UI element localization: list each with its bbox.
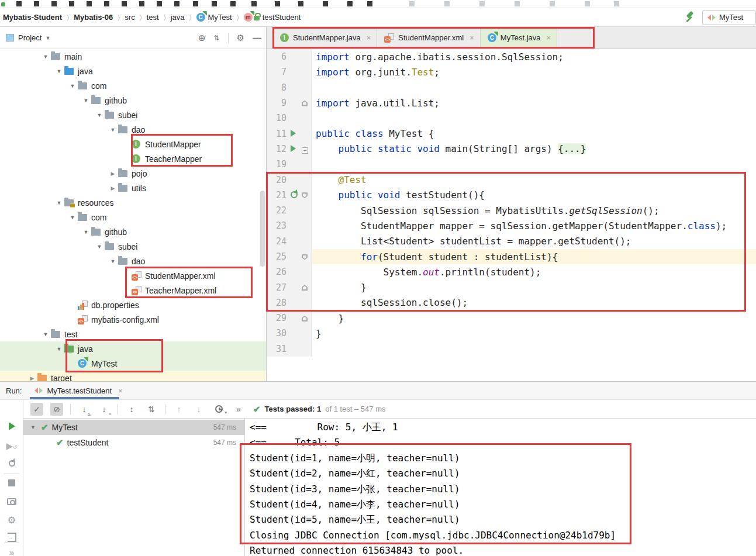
tree-item-github[interactable]: ▼github (0, 93, 266, 108)
expand-all-icon[interactable]: ↕ (125, 403, 138, 416)
tree-item-studentmapper[interactable]: IStudentMapper (0, 137, 266, 151)
locate-icon[interactable]: ⊕ (198, 33, 206, 43)
code-editor[interactable]: 6import org.apache.ibatis.session.SqlSes… (267, 49, 756, 381)
previous-failed-icon[interactable]: ↑ (172, 403, 185, 416)
close-icon[interactable]: × (367, 33, 371, 42)
expand-arrow-icon[interactable]: ▼ (40, 331, 51, 337)
tree-item-test[interactable]: ▼test (0, 327, 266, 341)
breadcrumb-item-teststudent[interactable]: mtestStudent (242, 12, 303, 23)
tree-item-subei[interactable]: ▼subei (0, 108, 266, 122)
editor-tab-mytest-java[interactable]: CMyTest.java× (481, 27, 557, 49)
fold-marker-icon[interactable] (302, 251, 308, 263)
expand-arrow-icon[interactable]: ▼ (54, 346, 64, 352)
breadcrumb-item-mybatis-student[interactable]: Mybatis-Student (1, 12, 64, 23)
code-line-26[interactable]: 26 System.out.println(student); (267, 264, 756, 279)
expand-arrow-icon[interactable]: ▼ (54, 68, 64, 74)
attach-debugger-icon[interactable]: ⚙ (0, 514, 23, 526)
tree-item-db-properties[interactable]: db.properties (0, 298, 266, 312)
expand-arrow-icon[interactable]: ▼ (67, 83, 78, 89)
test-result-teststudent[interactable]: ✔testStudent547 ms (23, 435, 244, 450)
tree-item-mytest[interactable]: CMyTest (0, 356, 266, 371)
project-scrollbar[interactable] (260, 191, 265, 267)
code-line-8[interactable]: 8 (267, 80, 756, 95)
stop-icon[interactable] (0, 478, 23, 488)
expand-arrow-icon[interactable]: ▼ (81, 98, 91, 103)
collapse-all-icon[interactable]: ⇅ (145, 403, 158, 416)
rerun-failed-tests-icon[interactable]: ▶↺ (0, 441, 23, 451)
expand-arrow-icon[interactable]: ▼ (94, 244, 105, 250)
tree-item-mybatis-config-xml[interactable]: <>mybatis-config.xml (0, 312, 266, 327)
sort-by-duration-icon[interactable]: ↓≡ (98, 403, 111, 416)
tree-item-java[interactable]: ▼java (0, 341, 266, 356)
exit-icon[interactable]: → (0, 531, 23, 541)
collapse-arrow-icon[interactable]: ▶ (27, 375, 37, 381)
code-line-7[interactable]: 7import org.junit.Test; (267, 64, 756, 80)
collapse-arrow-icon[interactable]: ▶ (108, 185, 118, 191)
tree-item-pojo[interactable]: ▶pojo (0, 166, 266, 181)
hide-panel-icon[interactable]: — (253, 33, 261, 43)
tree-item-teachermapper[interactable]: ITeacherMapper (0, 151, 266, 166)
close-icon[interactable]: × (546, 33, 551, 42)
tree-item-dao[interactable]: ▼dao (0, 254, 266, 268)
tree-item-resources[interactable]: ▼resources (0, 195, 266, 210)
chevron-down-icon[interactable]: ▼ (45, 35, 50, 41)
code-line-11[interactable]: 11public class MyTest { (267, 126, 756, 141)
code-line-6[interactable]: 6import org.apache.ibatis.session.SqlSes… (267, 49, 756, 64)
dump-threads-icon[interactable] (0, 497, 23, 507)
editor-tab-studentmapper-java[interactable]: IStudentMapper.java× (273, 27, 377, 49)
expand-arrow-icon[interactable]: ▼ (108, 127, 118, 133)
run-line-icon[interactable] (291, 143, 296, 154)
code-line-21[interactable]: 21 public void testStudent(){ (267, 188, 756, 203)
rerun-play-icon[interactable] (0, 422, 23, 432)
tree-item-teachermapper-xml[interactable]: <>TeacherMapper.xml (0, 283, 266, 298)
editor-tab-studentmapper-xml[interactable]: <>StudentMapper.xml× (377, 27, 481, 49)
breadcrumb-item-src[interactable]: src (123, 12, 136, 23)
show-passed-icon[interactable]: ✓ (30, 403, 43, 416)
code-line-24[interactable]: 24 List<Student> studentList = mapper.ge… (267, 234, 756, 249)
expand-arrow-icon[interactable]: ▼ (67, 215, 78, 220)
run-console-output[interactable]: <== Row: 5, 小王, 1 <== Total: 5 Student(i… (244, 419, 756, 556)
tree-item-studentmapper-xml[interactable]: <>StudentMapper.xml (0, 268, 266, 283)
build-hammer-icon[interactable] (685, 12, 696, 23)
expand-arrow-icon[interactable]: ▼ (94, 112, 105, 118)
fold-marker-icon[interactable] (302, 189, 308, 201)
fold-marker-icon[interactable] (302, 98, 308, 109)
more-icon[interactable]: » (0, 547, 23, 556)
test-history-icon[interactable]: ▾ (212, 403, 225, 416)
close-icon[interactable]: × (470, 33, 474, 42)
expand-arrow-icon[interactable]: ▼ (30, 424, 37, 430)
sort-alphabetically-icon[interactable]: ↓aₓ (78, 403, 91, 416)
tree-item-subei[interactable]: ▼subei (0, 239, 266, 254)
tree-item-com[interactable]: ▼com (0, 210, 266, 225)
code-line-31[interactable]: 31 (267, 341, 756, 357)
run-line-icon[interactable] (291, 128, 296, 139)
code-line-10[interactable]: 10 (267, 110, 756, 126)
tree-item-dao[interactable]: ▼dao (0, 122, 266, 137)
expand-arrow-icon[interactable]: ▼ (40, 54, 51, 60)
toggle-auto-test-icon[interactable] (0, 458, 23, 468)
tree-item-com[interactable]: ▼com (0, 78, 266, 93)
code-line-9[interactable]: 9import java.util.List; (267, 95, 756, 110)
code-line-28[interactable]: 28 sqlSession.close(); (267, 295, 756, 310)
settings-gear-icon[interactable]: ⚙ (237, 33, 244, 43)
show-ignored-icon[interactable]: ⊘ (50, 403, 63, 416)
run-tab[interactable]: MyTest.testStudent × (30, 382, 127, 399)
expand-arrow-icon[interactable]: ▼ (54, 200, 64, 206)
code-line-23[interactable]: 23 StudentMapper mapper = sqlSession.get… (267, 218, 756, 233)
code-line-29[interactable]: 29 } (267, 310, 756, 326)
tree-item-java[interactable]: ▼java (0, 64, 266, 78)
code-line-30[interactable]: 30} (267, 326, 756, 341)
code-line-19[interactable]: 19 (267, 157, 756, 172)
collapse-all-icon[interactable]: ⇅ (213, 34, 219, 42)
code-line-22[interactable]: 22 SqlSession sqlSession = MybatisUtils.… (267, 203, 756, 218)
expand-arrow-icon[interactable]: ▼ (81, 229, 91, 235)
code-line-20[interactable]: 20 @Test (267, 172, 756, 187)
tree-item-utils[interactable]: ▶utils (0, 181, 266, 195)
breadcrumb-item-mybatis-06[interactable]: Mybatis-06 (72, 12, 115, 23)
code-line-12[interactable]: 12+ public static void main(String[] arg… (267, 141, 756, 157)
fold-marker-icon[interactable] (302, 282, 308, 293)
breadcrumb-item-java[interactable]: java (169, 12, 187, 23)
tree-item-github[interactable]: ▼github (0, 225, 266, 239)
more-actions-icon[interactable]: » (232, 403, 245, 416)
expand-arrow-icon[interactable]: ▼ (108, 258, 118, 264)
